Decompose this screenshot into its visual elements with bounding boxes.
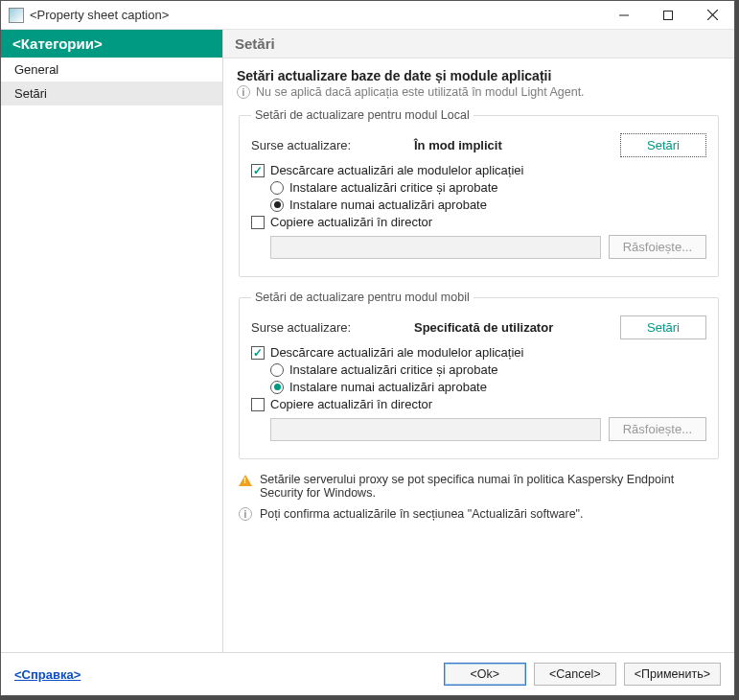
mobile-copy-dir-checkbox[interactable]: Copiere actualizări în director: [251, 397, 706, 411]
svg-rect-1: [664, 11, 673, 19]
sidebar: <Категории> General Setări: [1, 30, 223, 652]
group-local-legend: Setări de actualizare pentru modul Local: [251, 108, 473, 122]
section-title: Setări actualizare baze de date și modul…: [237, 68, 721, 83]
main-body: Setări actualizare baze de date și modul…: [223, 58, 734, 532]
radio-icon: [270, 381, 284, 394]
cancel-button[interactable]: <Cancel>: [534, 663, 616, 686]
local-source-value: În mod implicit: [414, 138, 620, 152]
local-source-label: Surse actualizare:: [251, 138, 414, 152]
mobile-settings-button[interactable]: Setări: [620, 315, 706, 339]
maximize-button[interactable]: [646, 1, 690, 29]
titlebar: <Property sheet caption>: [1, 1, 734, 30]
mobile-source-label: Surse actualizare:: [251, 320, 414, 335]
main-header: Setări: [223, 30, 734, 58]
light-agent-note-text: Nu se aplică dacă aplicația este utiliza…: [256, 85, 585, 99]
sidebar-item-general[interactable]: General: [1, 58, 222, 82]
sidebar-header: <Категории>: [1, 30, 222, 58]
warning-icon: [239, 475, 252, 486]
local-download-modules-checkbox[interactable]: Descărcare actualizări ale modulelor apl…: [251, 163, 706, 177]
help-link[interactable]: <Справка>: [14, 667, 81, 682]
checkbox-icon: [251, 216, 265, 229]
apply-button[interactable]: <Применить>: [624, 663, 721, 686]
close-button[interactable]: [690, 1, 734, 29]
content-area: <Категории> General Setări Setări Setări…: [1, 30, 734, 652]
local-browse-button: Răsfoiește...: [609, 235, 706, 259]
mobile-download-modules-label: Descărcare actualizări ale modulelor apl…: [270, 345, 523, 360]
ok-button[interactable]: <Ok>: [444, 663, 526, 686]
checkbox-icon: [251, 164, 265, 177]
group-mobile: Setări de actualizare pentru modul mobil…: [239, 291, 719, 459]
group-local: Setări de actualizare pentru modul Local…: [239, 108, 719, 277]
radio-icon: [270, 198, 284, 212]
checkbox-icon: [251, 346, 265, 360]
app-icon: [9, 8, 24, 23]
mobile-install-critical-radio[interactable]: Instalare actualizări critice și aprobat…: [270, 362, 706, 377]
checkbox-icon: [251, 398, 265, 411]
mobile-install-approved-radio[interactable]: Instalare numai actualizări aprobate: [270, 380, 706, 394]
local-dir-row: Răsfoiește...: [270, 235, 706, 259]
window-controls: [602, 1, 734, 29]
mobile-install-critical-label: Instalare actualizări critice și aprobat…: [289, 362, 498, 377]
minimize-button[interactable]: [602, 1, 646, 29]
window-title: <Property sheet caption>: [30, 8, 602, 22]
confirm-updates-note: i Poți confirma actualizările în secțiun…: [237, 507, 721, 521]
sidebar-item-setari[interactable]: Setări: [1, 82, 222, 105]
mobile-source-value: Specificată de utilizator: [414, 320, 620, 335]
main-panel: Setări Setări actualizare baze de date ș…: [223, 30, 734, 652]
local-dir-input: [270, 236, 601, 259]
light-agent-note: i Nu se aplică dacă aplicația este utili…: [237, 85, 721, 99]
radio-icon: [270, 363, 284, 377]
radio-icon: [270, 181, 284, 195]
mobile-dir-row: Răsfoiește...: [270, 417, 706, 441]
info-icon: i: [239, 507, 252, 521]
proxy-warning: Setările serverului proxy se pot specifi…: [237, 473, 721, 500]
mobile-download-modules-checkbox[interactable]: Descărcare actualizări ale modulelor apl…: [251, 345, 706, 360]
footer: <Справка> <Ok> <Cancel> <Применить>: [1, 652, 734, 695]
confirm-updates-text: Poți confirma actualizările în secțiunea…: [260, 507, 584, 521]
local-source-row: Surse actualizare: În mod implicit Setăr…: [251, 133, 706, 157]
local-install-critical-label: Instalare actualizări critice și aprobat…: [289, 180, 498, 195]
local-install-critical-radio[interactable]: Instalare actualizări critice și aprobat…: [270, 180, 706, 195]
mobile-install-approved-label: Instalare numai actualizări aprobate: [289, 380, 487, 394]
mobile-source-row: Surse actualizare: Specificată de utiliz…: [251, 315, 706, 339]
mobile-dir-input: [270, 418, 601, 441]
local-settings-button[interactable]: Setări: [620, 133, 706, 157]
local-install-approved-label: Instalare numai actualizări aprobate: [289, 198, 487, 212]
mobile-copy-dir-label: Copiere actualizări în director: [270, 397, 432, 411]
mobile-browse-button: Răsfoiește...: [609, 417, 706, 441]
local-copy-dir-label: Copiere actualizări în director: [270, 215, 432, 229]
local-download-modules-label: Descărcare actualizări ale modulelor apl…: [270, 163, 523, 177]
local-install-approved-radio[interactable]: Instalare numai actualizări aprobate: [270, 198, 706, 212]
proxy-warning-text: Setările serverului proxy se pot specifi…: [260, 473, 719, 500]
property-sheet-window: <Property sheet caption> <Категории> Gen…: [0, 0, 735, 696]
local-copy-dir-checkbox[interactable]: Copiere actualizări în director: [251, 215, 706, 229]
group-mobile-legend: Setări de actualizare pentru modul mobil: [251, 291, 473, 304]
info-icon: i: [237, 85, 250, 99]
